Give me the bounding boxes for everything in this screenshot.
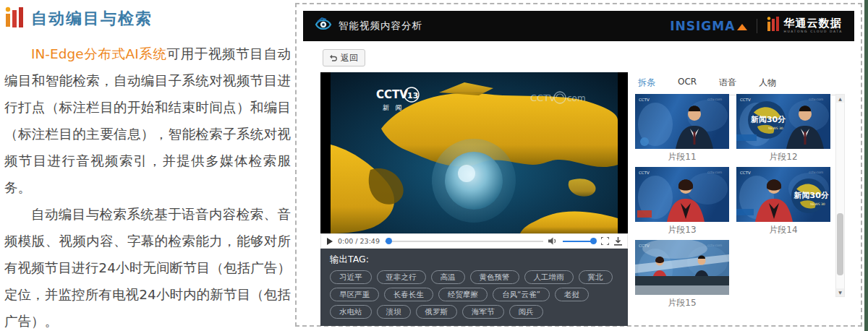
svg-text:NEWS 30: NEWS 30	[810, 202, 825, 206]
tag-list: 习近平亚非之行高温黄色预警人工增雨冀北旱区严重长春长生经贸摩擦台风“云雀”老挝水…	[330, 270, 618, 319]
insigma-triangle-icon	[737, 24, 747, 30]
svg-text:cctv.com: cctv.com	[809, 171, 823, 174]
article-paragraph-2: 自动编目与检索系统基于语音内容检索、音频模版、视频内容、字幕的检索能力，能够对所…	[4, 201, 291, 331]
scroll-down-arrow[interactable]: ▼	[836, 288, 844, 296]
output-tag[interactable]: 高温	[431, 270, 465, 284]
app-title: 智能视频内容分析	[339, 20, 422, 33]
bars-logo-icon	[4, 6, 24, 32]
article-paragraph-1: IN-Edge分布式AI系统可用于视频节目自动编目和智能检索，自动编目子系统对视…	[4, 40, 291, 201]
output-tag[interactable]: 长春长生	[384, 288, 433, 301]
segment-label: 片段15	[635, 295, 729, 313]
channel-logo-text: CCTV	[376, 88, 408, 101]
back-arrow-icon	[330, 54, 338, 62]
video-frame[interactable]: CCTV 13 新 闻 CCTV com	[320, 72, 628, 233]
segment-grid: CCTVcctv.com片段11CCTVcctv.com新闻30分NEWS 30…	[635, 94, 832, 313]
output-tag[interactable]: 水电站	[330, 305, 372, 319]
segment-label: 片段11	[635, 149, 729, 167]
player-column: CCTV 13 新 闻 CCTV com 0:00	[320, 72, 628, 326]
output-tag[interactable]: 溃坝	[377, 305, 411, 319]
segment-thumb-3[interactable]: CCTVcctv.com片段13	[635, 167, 729, 240]
svg-text:新闻30分: 新闻30分	[793, 191, 829, 200]
svg-text:CCTV: CCTV	[639, 98, 650, 102]
app-screenshot-panel: 智能视频内容分析 INSIGMA 华通云数据	[295, 3, 862, 327]
huatong-bars-icon	[767, 16, 779, 36]
segment-label: 片段12	[736, 149, 830, 167]
segment-scrollbar[interactable]: ▲ ▼	[835, 94, 845, 297]
volume-handle[interactable]	[590, 238, 597, 244]
output-tag[interactable]: 习近平	[330, 270, 372, 284]
output-tag[interactable]: 俄罗斯	[416, 305, 458, 319]
segment-thumb-1[interactable]: CCTVcctv.com片段11	[635, 94, 729, 167]
segment-thumb-2[interactable]: CCTVcctv.com新闻30分NEWS 30片段12	[736, 94, 830, 167]
segment-thumbnail-image: CCTVcctv.com	[635, 167, 729, 222]
svg-text:CCTV: CCTV	[740, 171, 751, 175]
watermark-cctv: CCTV	[530, 93, 556, 103]
back-label: 返回	[341, 52, 358, 64]
segment-thumbnail-image: CCTVcctv.com	[635, 94, 729, 149]
output-tag-panel: 输出TAG: 习近平亚非之行高温黄色预警人工增雨冀北旱区严重长春长生经贸摩擦台风…	[320, 249, 628, 326]
product-name-highlight: IN-Edge分布式AI系统	[31, 46, 167, 61]
segment-thumbnail-image: CCTVcctv.com新闻30分NEWS 30	[736, 94, 830, 149]
channel-subtitle: 新 闻	[383, 104, 404, 111]
download-button[interactable]	[614, 237, 622, 246]
watermark-com: com	[567, 93, 586, 103]
svg-text:cctv.com: cctv.com	[707, 171, 722, 174]
output-tag[interactable]: 老挝	[555, 288, 589, 301]
player-controls: 0:00 / 23:49	[320, 233, 628, 249]
volume-icon[interactable]	[548, 237, 558, 245]
output-tag[interactable]: 经贸摩擦	[438, 288, 488, 301]
output-tag[interactable]: 台风“云雀”	[493, 288, 550, 301]
back-button[interactable]: 返回	[323, 49, 365, 66]
tab-3[interactable]: 语音	[718, 72, 738, 95]
segment-label: 片段13	[635, 222, 729, 240]
header-divider	[757, 19, 757, 33]
svg-text:CCTV: CCTV	[740, 98, 751, 102]
output-tag[interactable]: 海军节	[462, 305, 504, 319]
output-tag[interactable]: 黄色预警	[470, 270, 519, 284]
huatong-subtitle: HUATONG CLOUD DATA	[783, 30, 843, 34]
insigma-logo: INSIGMA	[670, 19, 735, 33]
video-still-world-map: CCTV 13 新 闻 CCTV com	[331, 72, 618, 233]
segment-thumb-5[interactable]: CCTVcctv.com片段15	[635, 240, 729, 313]
svg-text:cctv.com: cctv.com	[809, 98, 823, 101]
huatong-logo: 华通云数据 HUATONG CLOUD DATA	[767, 16, 843, 36]
segment-label: 片段14	[736, 222, 830, 240]
segment-thumbnail-image: CCTVcctv.com新闻30分NEWS 30	[736, 167, 830, 222]
huatong-text: 华通云数据 HUATONG CLOUD DATA	[783, 18, 843, 34]
svg-text:cctv.com: cctv.com	[707, 98, 722, 101]
scrollbar-thumb[interactable]	[837, 213, 843, 275]
app-header: 智能视频内容分析 INSIGMA 华通云数据	[303, 11, 854, 41]
page-edge-strip	[864, 0, 868, 331]
scroll-up-arrow[interactable]: ▲	[836, 95, 844, 103]
article-header: 自动编目与检索	[4, 6, 291, 32]
output-tag-label: 输出TAG:	[330, 254, 618, 266]
time-display: 0:00 / 23:49	[338, 237, 380, 245]
page: 自动编目与检索 IN-Edge分布式AI系统可用于视频节目自动编目和智能检索，自…	[0, 0, 868, 331]
svg-text:CCTV: CCTV	[639, 171, 650, 175]
tab-4[interactable]: 人物	[757, 72, 778, 95]
output-tag[interactable]: 人工增雨	[524, 270, 574, 284]
header-logos: INSIGMA 华通云数据 HUATONG CLOUD DA	[670, 16, 843, 36]
tab-1[interactable]: 拆条	[637, 72, 657, 95]
analysis-tabs: 拆条OCR语音人物	[637, 72, 845, 95]
page-title: 自动编目与检索	[31, 8, 153, 30]
eye-logo-icon	[315, 17, 332, 35]
output-tag[interactable]: 阅兵	[509, 305, 543, 319]
seek-handle[interactable]	[386, 238, 392, 244]
output-tag[interactable]: 亚非之行	[377, 270, 426, 284]
play-button[interactable]	[326, 238, 333, 245]
huatong-name: 华通云数据	[783, 18, 843, 29]
volume-slider[interactable]	[563, 241, 596, 242]
seek-bar[interactable]	[385, 241, 543, 242]
segment-thumbnail-image: CCTVcctv.com	[635, 240, 729, 295]
output-tag[interactable]: 冀北	[579, 270, 613, 284]
article-column: 自动编目与检索 IN-Edge分布式AI系统可用于视频节目自动编目和智能检索，自…	[4, 6, 291, 331]
paragraph-1-text: 可用于视频节目自动编目和智能检索，自动编目子系统对视频节目进行打点（标注栏目的开…	[4, 46, 291, 195]
svg-text:新闻30分: 新闻30分	[750, 115, 786, 124]
fullscreen-button[interactable]	[601, 237, 609, 245]
segment-thumb-4[interactable]: CCTVcctv.com新闻30分NEWS 30片段14	[736, 167, 830, 240]
svg-text:NEWS 30: NEWS 30	[768, 126, 783, 130]
tab-2[interactable]: OCR	[676, 72, 698, 95]
output-tag[interactable]: 旱区严重	[330, 288, 379, 301]
channel-number: 13	[407, 91, 418, 100]
